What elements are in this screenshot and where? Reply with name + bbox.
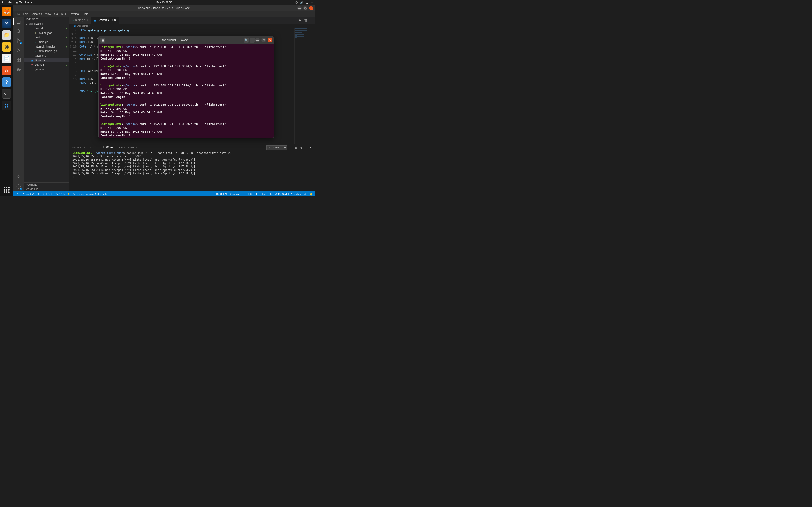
feedback-icon[interactable]: ☺	[304, 192, 307, 195]
more-icon[interactable]: ⋯	[65, 18, 67, 20]
activity-extensions[interactable]	[16, 57, 21, 62]
terminal-menu-icon[interactable]: ≡	[250, 38, 255, 43]
gnome-terminal[interactable]: ▣ lizhe@ubuntu: ~/works 🔍 ≡ — ▢ ✕ lizhe@…	[98, 36, 274, 138]
menu-view[interactable]: View	[45, 12, 51, 16]
dock-rhythmbox[interactable]: ◉	[2, 42, 11, 52]
dock-help[interactable]: ?	[2, 77, 11, 87]
terminal-icon: ▣	[16, 1, 18, 4]
workspace-root[interactable]: LIZHE-AUTH	[28, 22, 68, 26]
dock-files[interactable]: 📁	[2, 30, 11, 40]
minimize-button[interactable]: —	[298, 6, 302, 10]
maximize-panel-icon[interactable]: ˄	[305, 146, 307, 149]
tree-item--gitignore[interactable]: ◦.gitignore	[24, 53, 69, 58]
clock[interactable]: May 15 22:55	[33, 1, 295, 4]
minimap[interactable]	[294, 28, 315, 144]
tree-item-main-go[interactable]: ∞main.goU	[24, 40, 69, 44]
terminal-body[interactable]: lizhe@ubuntu:~/works/lizhe-auth$ docker …	[69, 151, 315, 191]
terminal-output[interactable]: lizhe@ubuntu:~/works$ curl -i 192.168.19…	[99, 44, 274, 138]
close-tab-icon[interactable]: ✕	[114, 18, 116, 22]
close-button[interactable]: ✕	[309, 6, 313, 10]
tree-item-internal-handler[interactable]: ⌄internal / handler●	[24, 44, 69, 49]
tab-dockerfile[interactable]: ▣DockerfileU✕	[91, 17, 119, 23]
tree-item-dockerfile[interactable]: ▣DockerfileU	[24, 58, 69, 62]
timeline-section[interactable]: ›TIMELINE	[24, 187, 69, 191]
close-panel-icon[interactable]: ✕	[309, 146, 311, 149]
panel-tab-problems[interactable]: PROBLEMS	[72, 147, 85, 149]
split-terminal-icon[interactable]: ◫	[295, 146, 298, 149]
menu-help[interactable]: Help	[83, 12, 88, 16]
svg-rect-6	[17, 60, 18, 62]
system-status-area[interactable]: ⌬ 🔊 ⏻	[295, 1, 313, 4]
maximize-button[interactable]: ▢	[303, 6, 307, 10]
split-editor-icon[interactable]: ◫	[304, 18, 307, 22]
go-update[interactable]: ⚠ Go Update Available	[275, 192, 301, 195]
panel-tab-terminal[interactable]: TERMINAL	[103, 146, 114, 149]
tree-item--vscode[interactable]: ⌄.vscode●	[24, 26, 69, 31]
tree-item-go-sum[interactable]: ≡go.sumU	[24, 67, 69, 71]
app-indicator[interactable]: ▣ Terminal	[16, 1, 33, 4]
debug-launch[interactable]: ▷ Launch Package (lizhe-auth)	[73, 192, 107, 195]
sync-button[interactable]: ⟳	[37, 192, 39, 195]
cursor-position[interactable]: Ln 16, Col 21	[212, 192, 227, 195]
dock-writer[interactable]: 📄	[2, 54, 11, 63]
new-tab-button[interactable]: ▣	[100, 38, 105, 43]
menu-run[interactable]: Run	[61, 12, 66, 16]
compare-changes-icon[interactable]: ⇋	[299, 18, 301, 22]
outline-section[interactable]: ›OUTLINE	[24, 182, 69, 187]
activity-explorer[interactable]	[16, 19, 21, 24]
tree-item-cmd[interactable]: ⌄cmd●	[24, 35, 69, 40]
activity-source-control[interactable]: 6	[16, 38, 21, 44]
more-actions-icon[interactable]: ⋯	[309, 18, 312, 22]
breadcrumb-file: Dockerfile	[77, 24, 88, 27]
terminal-search-icon[interactable]: 🔍	[244, 38, 249, 43]
remote-indicator[interactable]: ⎇	[15, 192, 18, 195]
terminal-maximize[interactable]: ▢	[261, 38, 266, 42]
language-mode[interactable]: Dockerfile	[261, 192, 272, 195]
line-gutter: 1 2 3 4 5 6 7 8 9 10 11 12 13 14 15 16 1…	[69, 28, 79, 144]
encoding[interactable]: UTF-8	[245, 192, 252, 195]
menu-file[interactable]: File	[15, 12, 20, 16]
panel-tab-debug-console[interactable]: DEBUG CONSOLE	[118, 147, 138, 149]
menu-go[interactable]: Go	[54, 12, 58, 16]
activity-docker[interactable]	[16, 66, 21, 72]
activities-button[interactable]: Activities	[2, 1, 12, 4]
menu-selection[interactable]: Selection	[31, 12, 42, 16]
dock-terminal[interactable]: >_	[2, 89, 11, 99]
new-terminal-icon[interactable]: ＋	[290, 146, 293, 150]
gnome-top-bar: Activities ▣ Terminal May 15 22:55 ⌬ 🔊 ⏻	[0, 0, 315, 5]
git-branch[interactable]: ⎇ master*	[21, 192, 34, 195]
notifications-icon[interactable]: 🔔	[310, 192, 313, 195]
indentation[interactable]: Spaces: 4	[231, 192, 242, 195]
problems-indicator[interactable]: ⓧ 0 ⚠ 0	[43, 192, 52, 196]
breadcrumb[interactable]: ▣ Dockerfile › …	[69, 23, 315, 28]
activity-accounts[interactable]	[16, 174, 21, 180]
menu-edit[interactable]: Edit	[23, 12, 28, 16]
terminal-header[interactable]: ▣ lizhe@ubuntu: ~/works 🔍 ≡ — ▢ ✕	[99, 37, 274, 44]
terminal-select[interactable]: 1: docker	[266, 145, 287, 150]
terminal-minimize[interactable]: —	[255, 38, 260, 42]
terminal-close[interactable]: ✕	[268, 38, 272, 42]
dock-firefox[interactable]: 🦊	[2, 7, 11, 16]
go-version[interactable]: Go 1.13.8 ⚡	[55, 192, 70, 195]
dock-vscode[interactable]: ⟨⟩	[2, 101, 11, 110]
menu-terminal[interactable]: Terminal	[69, 12, 79, 16]
ubuntu-dock: 🦊 ✉ 📁 ◉ 📄 A ? >_ ⟨⟩	[0, 5, 13, 196]
tree-item-authhandler-go[interactable]: ∞authHandler.goU	[24, 49, 69, 53]
tree-item-launch-json[interactable]: {}launch.jsonU	[24, 31, 69, 35]
dock-thunderbird[interactable]: ✉	[2, 18, 11, 28]
activity-search[interactable]	[16, 29, 21, 34]
chevron-down-icon[interactable]: ⌄	[26, 23, 28, 25]
scm-badge: 6	[20, 42, 22, 44]
tab-main-go[interactable]: ∞main.goU	[69, 17, 91, 23]
eol[interactable]: LF	[255, 192, 258, 195]
activity-run-debug[interactable]	[16, 48, 21, 53]
activity-settings[interactable]: 1	[16, 184, 21, 189]
dock-software[interactable]: A	[2, 66, 11, 75]
svg-point-0	[17, 30, 20, 33]
window-title: Dockerfile - lizhe-auth - Visual Studio …	[138, 7, 190, 10]
kill-terminal-icon[interactable]: 🗑	[300, 146, 303, 149]
tree-item-go-mod[interactable]: ≡go.modU	[24, 62, 69, 67]
panel-tab-output[interactable]: OUTPUT	[89, 147, 99, 149]
show-applications[interactable]	[4, 187, 9, 193]
terminal-title: lizhe@ubuntu: ~/works	[106, 39, 243, 42]
